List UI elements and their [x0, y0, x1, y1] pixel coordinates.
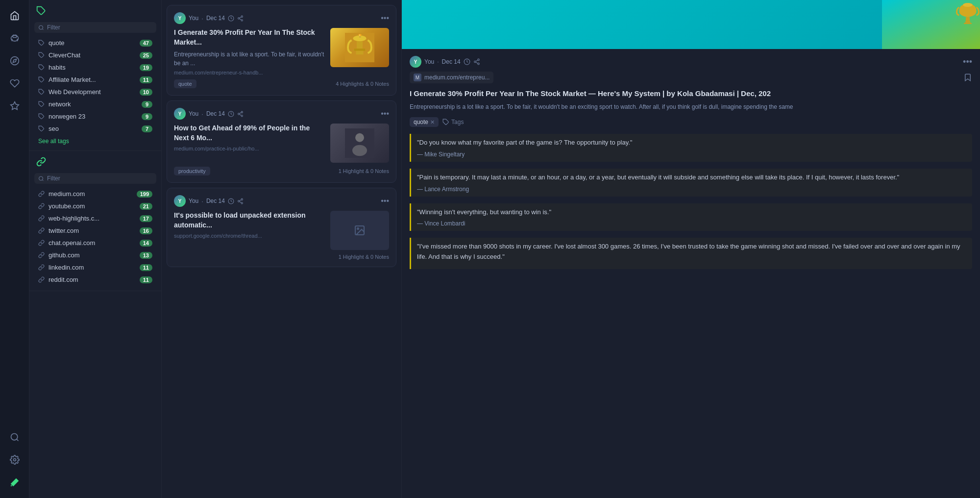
tags-filter-wrap[interactable]: [34, 22, 156, 33]
card-text: I Generate 30% Profit Per Year In The St…: [174, 28, 325, 75]
domains-filter-input[interactable]: [47, 175, 152, 182]
article-tag: productivity: [174, 167, 210, 175]
card-footer: productivity 1 Highlight & 0 Notes: [174, 167, 389, 175]
article-card[interactable]: Y You · Dec 14 ••• How to Get Ahead of 9…: [167, 100, 396, 183]
svg-point-40: [355, 133, 364, 142]
nav-search[interactable]: [5, 427, 24, 447]
svg-rect-29: [354, 49, 366, 51]
card-body: I Generate 30% Profit Per Year In The St…: [174, 28, 389, 75]
svg-line-5: [16, 439, 18, 441]
share-icon[interactable]: [473, 58, 480, 65]
card-footer: 1 Highlight & 0 Notes: [174, 254, 389, 260]
tags-list: quote 47 CleverChat 25 habits 19 Affilia…: [34, 37, 156, 135]
tag-item[interactable]: seo 7: [34, 123, 156, 135]
card-more-button[interactable]: •••: [381, 14, 389, 23]
domain-item[interactable]: medium.com 199: [34, 188, 156, 200]
detail-snippet: Entrepreneurship is a lot like a sport. …: [410, 102, 972, 111]
domain-item[interactable]: youtube.com 21: [34, 200, 156, 212]
svg-point-8: [39, 25, 43, 29]
nav-brain[interactable]: [5, 28, 24, 48]
quote-text: "Do you know what my favorite part of th…: [417, 138, 966, 148]
domain-item[interactable]: twitter.com 16: [34, 224, 156, 237]
share-icon[interactable]: [237, 15, 244, 22]
clock-icon: [228, 111, 234, 117]
nav-favorites[interactable]: [5, 74, 24, 93]
tag-item[interactable]: Affiliate Market... 11: [34, 74, 156, 86]
quote-author: — Vince Lombardi: [417, 220, 966, 227]
quote-text: "Winning isn't everything, but wanting t…: [417, 207, 966, 218]
articles-list: Y You · Dec 14 ••• I Generate 30% Profit…: [162, 0, 402, 498]
card-text: How to Get Ahead of 99% of People in the…: [174, 124, 325, 163]
detail-author: You: [424, 58, 434, 65]
tag-icon: [38, 113, 45, 120]
tag-chip-label: quote: [414, 119, 428, 125]
card-snippet: Entrepreneurship is a lot like a sport. …: [174, 50, 325, 68]
search-icon-2: [38, 175, 44, 182]
domain-item[interactable]: reddit.com 11: [34, 274, 156, 286]
card-header: Y You · Dec 14 •••: [174, 12, 389, 24]
tag-item[interactable]: habits 19: [34, 61, 156, 74]
card-title: I Generate 30% Profit Per Year In The St…: [174, 28, 325, 47]
nav-starred[interactable]: [5, 96, 24, 116]
tag-icon: [38, 64, 45, 71]
card-body: How to Get Ahead of 99% of People in the…: [174, 124, 389, 163]
detail-content: Y You · Dec 14 •••: [402, 49, 980, 283]
svg-rect-53: [966, 17, 970, 21]
tag-item[interactable]: CleverChat 25: [34, 49, 156, 61]
see-all-tags-link[interactable]: See all tags: [34, 135, 156, 146]
bookmark-icon[interactable]: [963, 73, 972, 82]
svg-point-54: [963, 3, 973, 7]
quote-author: — Lance Armstrong: [417, 186, 966, 193]
tag-item[interactable]: norwegen 23 9: [34, 110, 156, 123]
tags-filter-input[interactable]: [47, 24, 152, 31]
nav-highlight[interactable]: [5, 473, 24, 492]
card-header: Y You · Dec 14 •••: [174, 195, 389, 207]
detail-date: Dec 14: [442, 58, 461, 65]
card-title: How to Get Ahead of 99% of People in the…: [174, 124, 325, 143]
more-options-icon[interactable]: •••: [963, 57, 972, 67]
detail-panel: Y You · Dec 14 •••: [402, 0, 980, 498]
card-meta: Y You · Dec 14: [174, 12, 244, 24]
domains-filter-wrap[interactable]: [34, 173, 156, 184]
source-favicon: M: [414, 74, 421, 81]
tag-chip-remove[interactable]: ✕: [430, 119, 435, 125]
tags-input-trigger[interactable]: Tags: [442, 119, 464, 125]
article-card[interactable]: Y You · Dec 14 ••• It's possible to load…: [167, 188, 396, 267]
share-icon[interactable]: [237, 198, 244, 204]
article-thumbnail: [330, 124, 389, 163]
domain-item[interactable]: web-highlights.c... 17: [34, 212, 156, 224]
card-url: support.google.com/chrome/thread...: [174, 233, 325, 239]
card-more-button[interactable]: •••: [381, 197, 389, 205]
link-icon: [38, 191, 45, 197]
dot-separator: ·: [437, 58, 439, 65]
card-more-button[interactable]: •••: [381, 109, 389, 118]
share-icon[interactable]: [237, 111, 244, 117]
quote-block: "Winning isn't everything, but wanting t…: [410, 203, 972, 231]
detail-meta: Y You · Dec 14: [410, 56, 480, 68]
article-card[interactable]: Y You · Dec 14 ••• I Generate 30% Profit…: [167, 5, 396, 96]
link-icon: [38, 240, 45, 246]
link-icon: [38, 203, 45, 209]
nav-home[interactable]: [5, 6, 24, 25]
clock-icon: [228, 15, 234, 22]
tag-item[interactable]: quote 47: [34, 37, 156, 49]
domain-item[interactable]: chat.openai.com 14: [34, 237, 156, 249]
hero-background-svg: [402, 0, 980, 49]
link-icon: [38, 215, 45, 222]
main-area: Y You · Dec 14 ••• I Generate 30% Profit…: [162, 0, 980, 498]
domain-item[interactable]: linkedin.com 11: [34, 261, 156, 274]
svg-point-23: [241, 19, 243, 21]
tags-input-label: Tags: [451, 119, 464, 125]
source-url: medium.com/entrepreu...: [424, 74, 490, 81]
tag-item[interactable]: Web Development 10: [34, 86, 156, 98]
card-author: You: [189, 15, 198, 22]
source-badge[interactable]: M medium.com/entrepreu...: [410, 72, 493, 83]
nav-compass[interactable]: [5, 51, 24, 71]
tag-icon: [38, 125, 45, 132]
tag-item[interactable]: network 9: [34, 98, 156, 110]
tag-icon: [442, 119, 449, 125]
article-tag: quote: [174, 79, 196, 88]
nav-settings[interactable]: [5, 450, 24, 470]
quote-author: — Mike Singeltary: [417, 151, 966, 158]
domain-item[interactable]: github.com 13: [34, 249, 156, 261]
